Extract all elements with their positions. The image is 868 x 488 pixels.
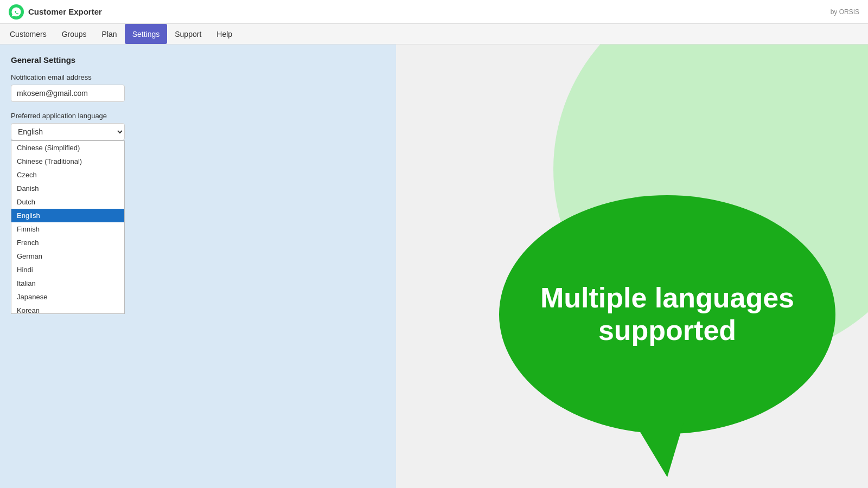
dropdown-item-danish[interactable]: Danish (11, 182, 124, 195)
speech-bubble: Multiple languages supported (499, 195, 835, 477)
nav-item-settings[interactable]: Settings (125, 24, 168, 44)
dropdown-item-korean[interactable]: Korean (11, 304, 124, 314)
header-left: Customer Exporter (9, 4, 102, 20)
language-label: Preferred application language (11, 112, 385, 120)
dropdown-item-czech[interactable]: Czech (11, 168, 124, 182)
dropdown-item-finnish[interactable]: Finnish (11, 222, 124, 236)
dropdown-item-german[interactable]: German (11, 249, 124, 263)
dropdown-item-hindi[interactable]: Hindi (11, 263, 124, 277)
settings-panel: General Settings Notification email addr… (0, 44, 396, 488)
by-orsis-label: by ORSIS (831, 8, 859, 16)
nav-item-plan[interactable]: Plan (94, 24, 125, 44)
app-header: Customer Exporter by ORSIS (0, 0, 868, 24)
app-icon (9, 4, 24, 20)
general-settings-card: General Settings Notification email addr… (11, 55, 385, 314)
language-dropdown[interactable]: Chinese (Simplified)Chinese (Traditional… (11, 140, 125, 314)
bubble-text: Multiple languages supported (499, 271, 835, 358)
email-input[interactable] (11, 85, 125, 102)
main-content: General Settings Notification email addr… (0, 44, 868, 488)
bubble-body: Multiple languages supported (499, 195, 835, 434)
dropdown-item-chinese--traditional-[interactable]: Chinese (Traditional) (11, 155, 124, 168)
email-label: Notification email address (11, 73, 385, 81)
bubble-tail (635, 423, 684, 477)
nav-item-support[interactable]: Support (167, 24, 209, 44)
svg-point-0 (9, 4, 24, 20)
dropdown-item-french[interactable]: French (11, 236, 124, 249)
dropdown-item-english[interactable]: English (11, 209, 124, 222)
dropdown-item-japanese[interactable]: Japanese (11, 290, 124, 304)
language-select[interactable]: Chinese (Simplified)Chinese (Traditional… (11, 123, 125, 140)
nav-item-groups[interactable]: Groups (54, 24, 94, 44)
nav-item-customers[interactable]: Customers (2, 24, 54, 44)
dropdown-item-italian[interactable]: Italian (11, 277, 124, 290)
dropdown-item-dutch[interactable]: Dutch (11, 195, 124, 209)
dropdown-item-chinese--simplified-[interactable]: Chinese (Simplified) (11, 141, 124, 155)
right-panel: Multiple languages supported (396, 44, 868, 488)
general-settings-title: General Settings (11, 55, 385, 65)
app-title: Customer Exporter (28, 7, 102, 16)
nav-bar: CustomersGroupsPlanSettingsSupportHelp (0, 24, 868, 44)
nav-item-help[interactable]: Help (209, 24, 240, 44)
